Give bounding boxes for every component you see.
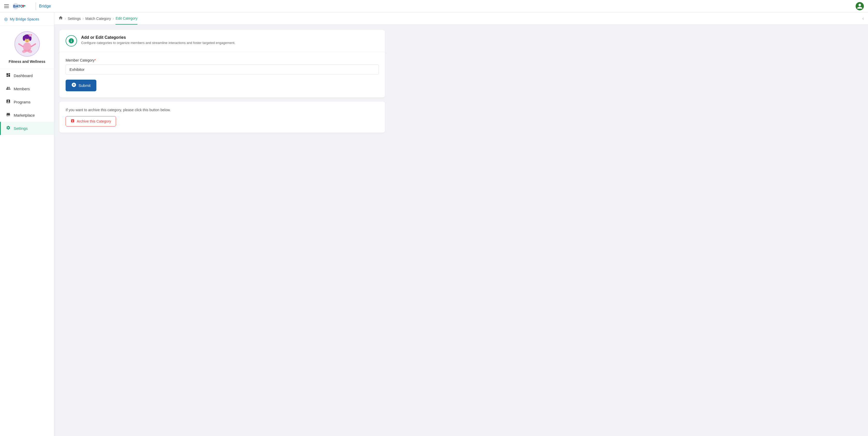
dashboard-icon [6,73,10,79]
logo: BATOI [12,3,33,10]
sidebar-item-programs-label: Programs [14,100,30,104]
svg-point-19 [28,39,28,40]
programs-icon [6,99,10,105]
breadcrumb-collapse-icon[interactable]: ‹ [862,16,864,21]
sidebar-spaces-link[interactable]: ◎ My Bridge Spaces [0,12,54,26]
archive-icon [70,119,75,124]
archive-description: If you want to archive this category, pl… [66,108,379,112]
top-bar-divider [36,3,36,10]
space-avatar [14,31,40,57]
archive-card: If you want to archive this category, pl… [59,101,385,133]
info-desc: Configure categories to organize members… [81,41,235,45]
sidebar-item-settings-label: Settings [14,126,28,130]
sidebar-item-members-label: Members [14,87,30,91]
sidebar: ◎ My Bridge Spaces [0,12,54,436]
logo-image: BATOI [12,3,33,10]
sidebar-item-marketplace-label: Marketplace [14,113,35,117]
app-container: BATOI Bridge ◎ My Bridge Spaces [0,0,868,436]
breadcrumb-bar: › Settings › Match Category › Edit Categ… [54,12,868,25]
sidebar-item-marketplace[interactable]: Marketplace [0,109,54,122]
space-profile: Fitness and Wellness [0,26,54,69]
info-icon [66,35,77,47]
svg-point-12 [23,36,25,41]
top-bar: BATOI Bridge [0,0,868,12]
required-marker: * [95,58,96,62]
svg-point-18 [26,39,26,40]
info-title: Add or Edit Categories [81,35,235,40]
user-avatar[interactable] [856,2,864,10]
info-header: Add or Edit Categories Configure categor… [59,30,385,52]
breadcrumb-sep-1: › [65,16,66,21]
hamburger-menu[interactable] [4,4,9,8]
spaces-circle-icon: ◎ [4,17,8,22]
content-area: Add or Edit Categories Configure categor… [54,25,868,436]
marketplace-icon [6,112,10,118]
submit-icon [71,82,76,89]
sidebar-item-members[interactable]: Members [0,82,54,95]
sidebar-spaces-label: My Bridge Spaces [10,17,39,21]
content-inner: Add or Edit Categories Configure categor… [54,25,390,142]
form-section: Member Category* Submit [59,52,385,97]
archive-button-label: Archive this Category [77,119,111,123]
info-text: Add or Edit Categories Configure categor… [81,35,235,45]
edit-category-card: Add or Edit Categories Configure categor… [59,30,385,97]
space-name: Fitness and Wellness [8,59,45,64]
app-name: Bridge [39,4,51,8]
member-category-input[interactable] [66,64,379,75]
breadcrumb-sep-2: › [83,16,84,21]
submit-label: Submit [79,83,91,88]
svg-point-16 [30,34,32,36]
sidebar-nav: Dashboard Members Programs [0,69,54,135]
svg-point-15 [30,35,31,36]
svg-point-3 [24,5,25,6]
breadcrumb-sep-3: › [113,16,114,21]
svg-point-2 [22,5,24,6]
breadcrumb-settings[interactable]: Settings [68,17,81,21]
member-category-label: Member Category* [66,58,379,62]
svg-point-17 [28,34,30,36]
submit-button[interactable]: Submit [66,80,96,91]
archive-section: If you want to archive this category, pl… [59,101,385,133]
members-icon [6,86,10,92]
sidebar-item-settings[interactable]: Settings [0,122,54,135]
settings-icon [6,125,10,132]
sidebar-item-programs[interactable]: Programs [0,95,54,109]
main-layout: ◎ My Bridge Spaces [0,12,868,436]
breadcrumb-edit-category[interactable]: Edit Category [116,12,137,25]
sidebar-item-dashboard-label: Dashboard [14,74,33,78]
archive-button[interactable]: Archive this Category [66,116,116,126]
breadcrumb-match-category[interactable]: Match Category [86,17,111,21]
breadcrumb-home-icon[interactable] [58,16,63,22]
sidebar-item-dashboard[interactable]: Dashboard [0,69,54,82]
